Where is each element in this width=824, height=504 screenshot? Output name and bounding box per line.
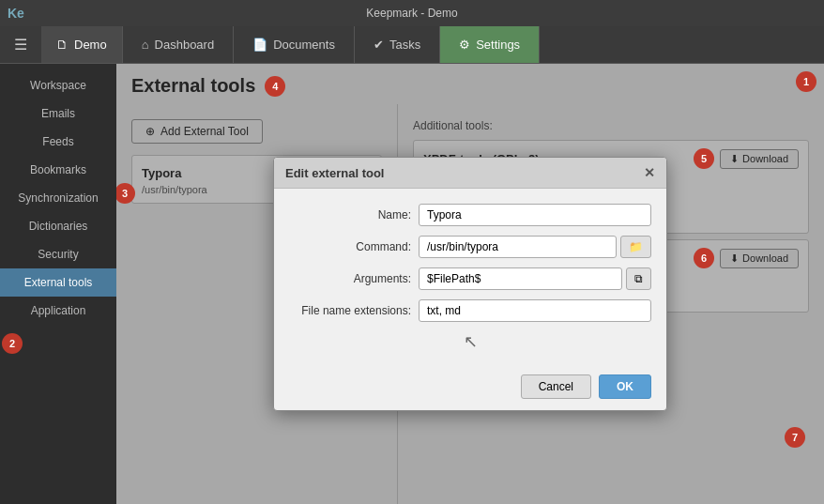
tab-dashboard[interactable]: ⌂ Dashboard <box>123 26 234 63</box>
sidebar-emails-label: Emails <box>41 107 75 120</box>
demo-workspace[interactable]: 🗋 Demo <box>41 26 123 63</box>
sidebar-application-label: Application <box>31 304 86 317</box>
name-input[interactable] <box>419 204 651 226</box>
cancel-button[interactable]: Cancel <box>521 374 591 399</box>
tab-dashboard-label: Dashboard <box>155 38 215 52</box>
extensions-input[interactable] <box>419 299 651 322</box>
arguments-input-group: ⧉ <box>419 267 651 290</box>
main-layout: 2 Workspace Emails Feeds Bookmarks Synch… <box>0 64 824 504</box>
tab-documents-label: Documents <box>273 38 335 52</box>
demo-label: Demo <box>74 38 107 52</box>
sidebar-item-synchronization[interactable]: Synchronization <box>0 184 116 212</box>
sidebar-external-tools-label: External tools <box>24 276 93 289</box>
dialog-close-button[interactable]: ✕ <box>644 165 655 180</box>
documents-icon: 📄 <box>252 38 267 52</box>
tab-settings-label: Settings <box>476 38 520 52</box>
sidebar-dict-label: Dictionaries <box>29 220 88 233</box>
sidebar: 2 Workspace Emails Feeds Bookmarks Synch… <box>0 64 116 504</box>
command-input[interactable] <box>419 236 617 258</box>
settings-icon: ⚙ <box>459 38 470 52</box>
extensions-label: File name extensions: <box>289 304 411 317</box>
dialog-footer: Cancel OK <box>274 367 666 410</box>
dialog-title-bar: Edit external tool ✕ <box>274 158 666 189</box>
sidebar-item-emails[interactable]: Emails <box>0 99 116 128</box>
badge-4: 4 <box>265 76 285 97</box>
command-input-group: 📁 <box>419 236 651 258</box>
badge-5: 5 <box>694 148 714 169</box>
sidebar-item-bookmarks[interactable]: Bookmarks <box>0 156 116 184</box>
dialog-title: Edit external tool <box>285 166 384 180</box>
hamburger-menu[interactable]: ☰ <box>0 26 41 63</box>
form-row-command: Command: 📁 <box>289 236 651 258</box>
edit-tool-dialog: Edit external tool ✕ Name: Command: 📁 <box>273 157 667 411</box>
navbar: ☰ 🗋 Demo ⌂ Dashboard 📄 Documents ✔ Tasks… <box>0 26 824 64</box>
cursor-indicator: ↖ <box>289 331 651 352</box>
titlebar: Ke Keepmark - Demo <box>0 0 824 26</box>
sidebar-item-dictionaries[interactable]: Dictionaries <box>0 212 116 240</box>
badge-7: 7 <box>785 427 805 448</box>
tasks-icon: ✔ <box>374 38 384 52</box>
tab-documents[interactable]: 📄 Documents <box>234 26 355 63</box>
badge-2: 2 <box>2 333 23 354</box>
sidebar-item-external-tools[interactable]: External tools <box>0 268 116 297</box>
dashboard-icon: ⌂ <box>142 38 149 52</box>
window-title: Keepmark - Demo <box>366 7 457 20</box>
nav-tabs: ⌂ Dashboard 📄 Documents ✔ Tasks ⚙ Settin… <box>123 26 824 63</box>
command-browse-button[interactable]: 📁 <box>620 236 651 258</box>
badge-6: 6 <box>694 248 714 268</box>
arguments-copy-button[interactable]: ⧉ <box>626 267 651 290</box>
form-row-extensions: File name extensions: <box>289 299 651 322</box>
arguments-input[interactable] <box>419 267 622 290</box>
dialog-overlay: Edit external tool ✕ Name: Command: 📁 <box>116 64 824 504</box>
tab-tasks-label: Tasks <box>389 38 420 52</box>
hamburger-icon: ☰ <box>14 36 27 53</box>
tab-tasks[interactable]: ✔ Tasks <box>355 26 440 63</box>
demo-icon: 🗋 <box>56 38 69 52</box>
arguments-label: Arguments: <box>289 272 411 285</box>
sidebar-item-application[interactable]: Application <box>0 297 116 325</box>
command-label: Command: <box>289 240 411 253</box>
form-row-name: Name: <box>289 204 651 226</box>
sidebar-bookmarks-label: Bookmarks <box>30 163 86 176</box>
sidebar-sync-label: Synchronization <box>18 191 98 205</box>
dialog-body: Name: Command: 📁 Arguments: <box>274 189 666 367</box>
name-label: Name: <box>289 208 411 221</box>
app-icon: Ke <box>8 6 24 21</box>
sidebar-item-feeds[interactable]: Feeds <box>0 128 116 156</box>
sidebar-security-label: Security <box>38 248 78 261</box>
form-row-arguments: Arguments: ⧉ <box>289 267 651 290</box>
badge-1: 1 <box>796 71 816 92</box>
tab-settings[interactable]: ⚙ Settings <box>440 26 540 63</box>
sidebar-item-workspace[interactable]: Workspace <box>0 71 116 99</box>
sidebar-workspace-label: Workspace <box>30 79 86 92</box>
sidebar-feeds-label: Feeds <box>42 135 73 148</box>
ok-button[interactable]: OK <box>599 374 651 399</box>
content-area: 1 External tools 4 ⊕ Add External Tool 3 <box>116 64 824 504</box>
sidebar-item-security[interactable]: Security <box>0 240 116 268</box>
